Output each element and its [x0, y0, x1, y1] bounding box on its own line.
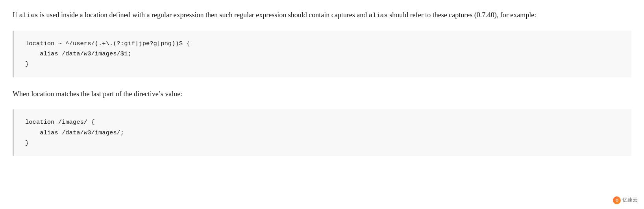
second-paragraph: When location matches the last part of t… [13, 88, 631, 100]
intro-paragraph: If alias is used inside a location defin… [13, 9, 631, 21]
inline-code-alias1: alias [19, 12, 38, 19]
watermark-text: 亿速云 [622, 196, 638, 204]
watermark-icon: ⊙ [613, 196, 621, 204]
text-defined-with: defined with a regular expression then s… [107, 11, 369, 19]
code-content-first: location ~ ^/users/(.+\.(?:gif|jpe?g|png… [14, 31, 631, 77]
text-if: If [13, 11, 19, 19]
code-block-first: location ~ ^/users/(.+\.(?:gif|jpe?g|png… [13, 31, 631, 77]
code-block-second: location /images/ { alias /data/w3/image… [13, 109, 631, 156]
text-is-used-inside: is used inside a [38, 11, 85, 19]
text-location-word: location [85, 11, 107, 19]
inline-code-alias2: alias [369, 12, 388, 19]
text-should-refer: should refer to these captures (0.7.40),… [388, 11, 536, 19]
main-content: If alias is used inside a location defin… [13, 9, 631, 156]
code-content-second: location /images/ { alias /data/w3/image… [14, 109, 631, 156]
watermark: ⊙ 亿速云 [613, 196, 638, 204]
